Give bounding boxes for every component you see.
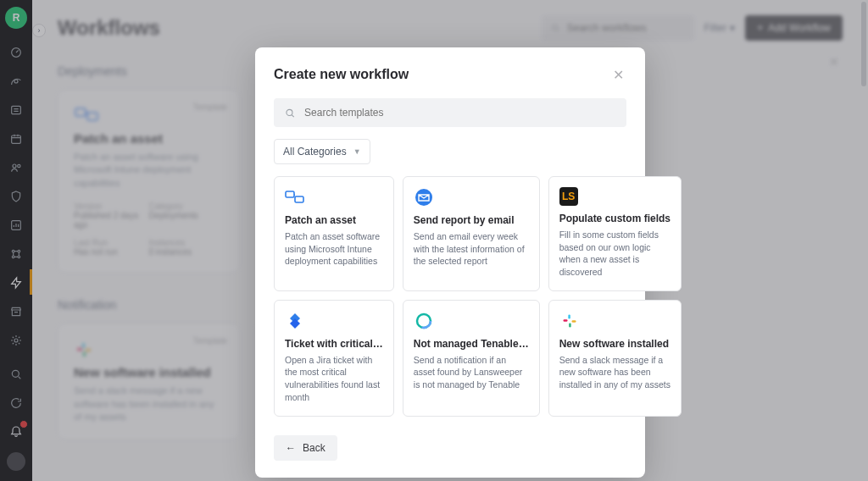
category-select-label: All Categories — [283, 146, 347, 158]
chevron-down-icon: ▼ — [353, 147, 361, 156]
template-desc: Send an email every week with the latest… — [414, 230, 529, 268]
template-title: Not managed Tenable… — [414, 338, 529, 350]
template-card-tenable[interactable]: Not managed Tenable… Send a notification… — [403, 300, 540, 417]
svg-rect-22 — [295, 196, 303, 202]
svg-rect-21 — [286, 191, 294, 197]
modal-overlay[interactable]: Create new workflow ✕ All Categories ▼ P… — [0, 0, 868, 481]
svg-rect-26 — [563, 319, 567, 322]
template-title: New software installed — [559, 338, 670, 350]
svg-point-20 — [287, 109, 292, 115]
tenable-icon — [414, 311, 434, 331]
close-icon[interactable]: ✕ — [609, 66, 626, 83]
email-icon — [414, 187, 434, 207]
template-card-new-software[interactable]: New software installed Send a slack mess… — [548, 300, 682, 417]
svg-point-23 — [415, 189, 432, 206]
search-icon — [284, 107, 296, 119]
jira-icon — [285, 311, 305, 331]
template-card-send-report[interactable]: Send report by email Send an email every… — [403, 176, 540, 291]
svg-rect-28 — [571, 320, 576, 323]
template-card-patch-asset[interactable]: Patch an asset Patch an asset software u… — [274, 176, 394, 291]
template-desc: Open a Jira ticket with the most critica… — [285, 354, 383, 404]
template-desc: Send a slack message if a new software h… — [559, 354, 670, 391]
back-button[interactable]: ← Back — [274, 435, 337, 461]
template-card-populate-fields[interactable]: LS Populate custom fields Fill in some c… — [548, 176, 682, 291]
template-title: Send report by email — [414, 214, 529, 226]
patch-icon — [285, 187, 305, 207]
back-label: Back — [303, 442, 326, 454]
templates-grid: Patch an asset Patch an asset software u… — [274, 176, 626, 417]
template-title: Patch an asset — [285, 214, 383, 226]
lansweeper-icon: LS — [559, 187, 578, 206]
template-desc: Send a notification if an asset found by… — [414, 354, 529, 391]
template-search-input[interactable] — [304, 107, 616, 119]
svg-rect-27 — [568, 314, 570, 318]
template-desc: Fill in some custom fields based on our … — [559, 229, 670, 279]
create-workflow-modal: Create new workflow ✕ All Categories ▼ P… — [255, 47, 645, 478]
template-card-ticket-critical[interactable]: Ticket with critical… Open a Jira ticket… — [274, 300, 394, 417]
template-title: Ticket with critical… — [285, 338, 383, 350]
arrow-left-icon: ← — [286, 442, 296, 454]
template-search[interactable] — [274, 98, 626, 127]
svg-rect-29 — [569, 323, 571, 327]
modal-title: Create new workflow — [274, 67, 409, 82]
category-select[interactable]: All Categories ▼ — [274, 139, 370, 164]
slack-icon — [559, 311, 580, 331]
template-desc: Patch an asset software using Microsoft … — [285, 230, 383, 268]
template-title: Populate custom fields — [559, 213, 670, 224]
